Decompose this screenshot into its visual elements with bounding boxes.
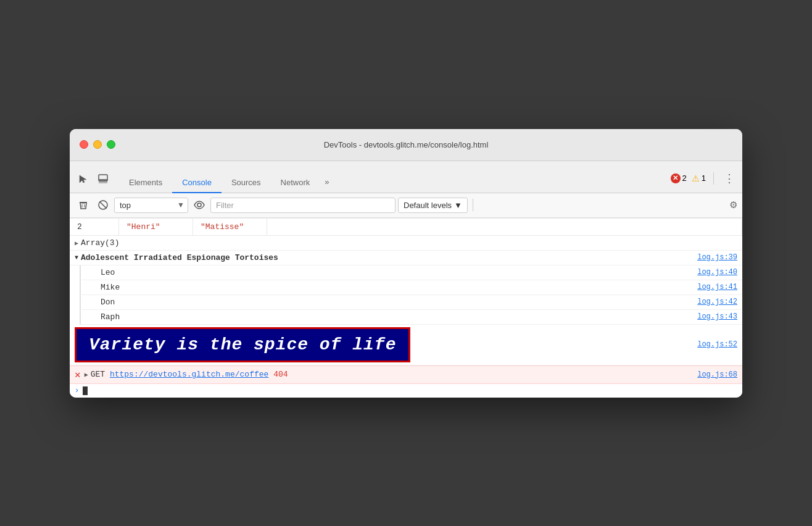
child-leo: Leo [101,268,687,277]
error-content: GET https://devtools.glitch.me/coffee 40… [91,370,688,379]
group-arrow-icon[interactable]: ▼ [75,254,78,261]
child-row-don: Don log.js:42 [80,295,742,310]
child-row-raph: Raph log.js:43 [80,310,742,325]
devtools-window: DevTools - devtools.glitch.me/console/lo… [70,129,742,398]
warning-count: 1 [702,173,706,183]
child-row-leo: Leo log.js:40 [80,265,742,280]
error-expand-icon[interactable]: ▶ [85,371,88,378]
divider [713,172,714,185]
group-link[interactable]: log.js:39 [687,253,737,262]
window-title: DevTools - devtools.glitch.me/console/lo… [324,140,489,149]
dock-icon-btn[interactable] [94,170,112,188]
console-prompt[interactable]: › [70,384,742,398]
table-cell-lname: "Matisse" [193,219,267,235]
child-row-mike: Mike log.js:41 [80,280,742,295]
child-raph: Raph [101,312,687,322]
traffic-lights [80,140,115,149]
error-badge[interactable]: ✕ 2 [671,173,687,183]
svg-point-9 [197,203,201,207]
table-cell-num: 2 [70,219,119,235]
console-content: 2 "Henri" "Matisse" ▶ Array(3) ▼ Adolesc… [70,218,742,398]
default-levels-label: Default levels [404,201,452,210]
variety-text: Variety is the spice of life [89,335,396,354]
stop-icon [98,200,108,210]
devtools-tabs: Elements Console Sources Network » ✕ 2 ⚠… [70,161,742,193]
tab-network[interactable]: Network [271,173,320,193]
warning-triangle-icon: ⚠ [692,173,700,183]
tab-elements[interactable]: Elements [119,173,172,193]
mike-link[interactable]: log.js:41 [687,283,737,291]
table-row: 2 "Henri" "Matisse" [70,218,742,236]
variety-row: Variety is the spice of life log.js:52 [70,325,742,365]
levels-arrow-icon: ▼ [454,201,462,210]
leo-link[interactable]: log.js:40 [687,268,737,277]
svg-rect-1 [99,180,107,183]
clear-icon [78,200,88,210]
default-levels-btn[interactable]: Default levels ▼ [398,198,468,213]
cursor-icon [78,174,88,184]
raph-link[interactable]: log.js:43 [687,312,737,321]
variety-box: Variety is the spice of life [75,327,410,362]
prompt-arrow-icon: › [75,386,79,395]
table-cell-fname: "Henri" [119,219,193,235]
error-count: 2 [682,173,687,183]
dock-icon [98,174,108,184]
tab-more[interactable]: » [320,172,334,193]
tab-icon-group [75,170,112,193]
tab-right-controls: ✕ 2 ⚠ 1 ⋮ [671,169,737,193]
clear-console-btn[interactable] [75,196,92,214]
cursor-icon-btn[interactable] [75,170,92,188]
error-x-icon: ✕ [75,369,81,381]
prompt-cursor [83,386,88,395]
svg-line-8 [100,202,107,209]
child-mike: Mike [101,283,687,292]
table-cell-empty [267,219,742,235]
error-circle-icon: ✕ [671,173,681,183]
array-label: Array(3) [81,238,737,248]
stop-icon-btn[interactable] [94,196,112,214]
filter-input[interactable] [210,198,396,213]
tab-console[interactable]: Console [172,173,222,193]
title-bar: DevTools - devtools.glitch.me/console/lo… [70,129,742,161]
don-link[interactable]: log.js:42 [687,298,737,306]
error-row: ✕ ▶ GET https://devtools.glitch.me/coffe… [70,365,742,384]
error-status: 404 [273,370,288,379]
console-toolbar: top ▼ Default levels ▼ ⚙ [70,193,742,218]
warning-badge[interactable]: ⚠ 1 [692,173,706,183]
settings-gear-icon[interactable]: ⚙ [729,199,737,211]
maximize-button[interactable] [107,140,115,149]
eye-icon [194,201,205,209]
close-button[interactable] [80,140,88,149]
array-row: ▶ Array(3) [70,236,742,251]
error-link[interactable]: log.js:68 [687,370,737,379]
variety-link[interactable]: log.js:52 [687,340,737,349]
more-options-icon[interactable]: ⋮ [721,169,737,188]
group-header: ▼ Adolescent Irradiated Espionage Tortoi… [70,251,742,265]
eye-btn[interactable] [191,196,208,214]
context-selector-wrapper: top ▼ [114,198,188,213]
group-label: Adolescent Irradiated Espionage Tortoise… [81,253,687,262]
error-method: GET [91,370,110,379]
minimize-button[interactable] [93,140,102,149]
error-url[interactable]: https://devtools.glitch.me/coffee [110,370,268,379]
toolbar-divider [473,199,473,211]
context-selector[interactable]: top [114,198,188,213]
child-don: Don [101,298,687,307]
expand-icon[interactable]: ▶ [75,238,78,247]
tab-sources[interactable]: Sources [222,173,271,193]
